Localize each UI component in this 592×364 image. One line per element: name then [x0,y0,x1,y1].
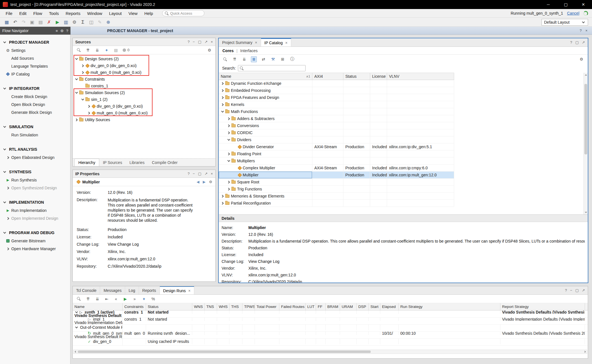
close-tab-icon[interactable]: × [255,40,257,45]
source-tree-item-utility-sources[interactable]: Utility Sources [73,116,215,123]
chevron-right-icon[interactable] [220,201,225,205]
column-header-name[interactable]: Name∧1 [219,73,312,80]
float-icon[interactable]: ▢ [198,40,201,44]
chevron-right-icon[interactable] [81,64,85,68]
scroll-up-icon[interactable] [584,73,588,77]
chevron-down-icon[interactable] [227,159,231,163]
chevron-down-icon[interactable] [3,231,7,235]
chevron-right-icon[interactable] [227,117,231,121]
close-button[interactable]: ✕ [575,0,592,9]
menu-edit[interactable]: Edit [16,10,30,17]
search-icon[interactable] [76,48,81,53]
add-repository-icon[interactable]: ⊞ [280,56,286,62]
chevron-right-icon[interactable] [227,180,231,184]
column-header-total-power[interactable]: Total Power [255,303,279,310]
flow-nav-section-header-project-manager[interactable]: PROJECT MANAGER [0,38,70,46]
column-header-uram[interactable]: URAM [340,303,357,310]
minimize-icon[interactable]: − [193,40,195,44]
link-production[interactable]: Production [248,246,267,250]
chevron-right-icon[interactable] [81,70,85,75]
chevron-down-icon[interactable] [3,86,7,91]
design-run-row-impl-1[interactable]: ▷impl_1constrs_1Not startedVivado Implem… [73,318,588,325]
source-tree-item-design-sources[interactable]: Design Sources (2) [73,56,215,62]
float-icon[interactable]: ▢ [575,40,579,45]
show-files-icon[interactable]: ▤ [113,48,118,53]
menu-view[interactable]: View [125,10,141,17]
float-icon[interactable]: ▢ [198,172,201,176]
maximize-button[interactable]: ▢ [557,0,575,9]
chevron-down-icon[interactable] [74,325,79,330]
probe-icon[interactable]: ⊕ [105,19,112,26]
chevron-down-icon[interactable] [227,138,231,142]
catalog-row-square-root[interactable]: Square Root [219,179,454,186]
catalog-row-complex-multiplier[interactable]: Complex MultiplierAXI4-StreamProductionI… [219,165,454,172]
sources-tab-ip-sources[interactable]: IP Sources [99,159,126,166]
scroll-down-icon[interactable] [584,210,588,214]
chevron-right-icon[interactable] [220,88,225,93]
close-icon[interactable]: × [585,28,587,33]
undo-icon[interactable]: ↶ [12,19,19,26]
column-header-bram[interactable]: BRAM [326,303,340,310]
report-icon[interactable]: ▥ [63,19,69,26]
catalog-row-dynamic-function-exchange[interactable]: Dynamic Function eXchange [219,80,454,87]
chevron-down-icon[interactable] [74,310,79,314]
back-icon[interactable]: ◀ [196,180,199,184]
launch-runs-icon[interactable]: ▶ [123,296,128,301]
column-header-lut[interactable]: LUT [306,303,316,310]
menu-layout[interactable]: Layout [106,10,125,17]
flow-nav-item-settings[interactable]: ⚙Settings [0,46,70,54]
column-header-axi4[interactable]: AXI4 [312,73,343,80]
ip-catalog-settings-gear-icon[interactable]: ⚙ [578,56,584,62]
maximize-icon[interactable]: ↗ [205,40,208,44]
column-header-start[interactable]: Start [369,303,380,310]
flow-nav-item-open-synthesized-design[interactable]: Open Synthesized Design [0,184,70,192]
info-icon[interactable]: ⓘ [289,56,295,62]
expand-all-icon[interactable]: ⇊ [95,48,100,53]
source-tree-item-simulation-sources[interactable]: Simulation Sources (2) [73,89,215,96]
menu-flow[interactable]: Flow [30,10,46,17]
chevron-right-icon[interactable] [227,124,231,128]
column-header-wns[interactable]: WNS [192,303,205,310]
catalog-row-partial-reconfiguration[interactable]: Partial Reconfiguration [219,200,454,207]
close-tab-icon[interactable]: × [285,41,288,45]
menu-window[interactable]: Window [84,10,105,17]
catalog-row-math-functions[interactable]: Math Functions [219,108,454,115]
maximize-icon[interactable]: ↗ [582,288,585,292]
help-icon[interactable]: ? [66,29,68,33]
link-production[interactable]: Production [108,227,127,232]
flow-nav-item-generate-block-design[interactable]: Generate Block Design [0,108,70,116]
column-header-whs[interactable]: WHS [217,303,229,310]
collapse-all-icon[interactable]: ⇈ [85,296,91,301]
scroll-left-icon[interactable] [74,351,78,352]
chevron-down-icon[interactable] [3,200,7,205]
column-header-failed-routes[interactable]: Failed Routes [279,303,306,310]
abort-icon[interactable]: ✗ [46,19,52,26]
gear-icon[interactable]: ⚙ [209,180,212,184]
customize-ip-icon[interactable]: ⚒ [270,56,276,62]
flow-nav-item-open-elaborated-design[interactable]: Open Elaborated Design [0,154,70,161]
chevron-right-icon[interactable] [74,118,79,122]
settings-gear-icon[interactable]: ⚙ [71,19,78,26]
minimize-icon[interactable]: − [570,288,572,292]
expand-all-icon[interactable]: ⇊ [95,296,100,301]
catalog-row-multiplier[interactable]: MultiplierProductionIncludedxilinx.com:i… [219,172,454,179]
forward-icon[interactable]: ▶ [203,180,206,184]
layout-icon[interactable]: ◫ [88,19,95,26]
menu-help[interactable]: Help [141,10,156,17]
catalog-row-dividers[interactable]: Dividers [219,136,454,143]
ip-properties-header[interactable]: IP Properties ?−▢↗× [73,170,215,178]
design-run-row-out-of-context-module-runs[interactable]: Out-of-Context Module Runs [73,325,588,332]
vertical-scrollbar[interactable] [584,73,588,214]
ip-catalog-search-input[interactable] [238,65,306,71]
menu-icon[interactable]: ≡ [56,29,58,33]
paste-icon[interactable]: ▤ [37,19,44,26]
column-header-license[interactable]: License [370,73,387,80]
copy-icon[interactable]: ▣ [29,19,36,26]
column-header-tpws[interactable]: TPWS [242,303,255,310]
subtab-interfaces[interactable]: Interfaces [240,48,257,53]
help-icon[interactable]: ? [187,40,189,44]
chevron-down-icon[interactable] [74,77,79,81]
flow-nav-item-open-block-design[interactable]: Open Block Design [0,101,70,108]
flow-nav-item-create-block-design[interactable]: Create Block Design [0,93,70,101]
scroll-right-icon[interactable] [583,351,587,352]
